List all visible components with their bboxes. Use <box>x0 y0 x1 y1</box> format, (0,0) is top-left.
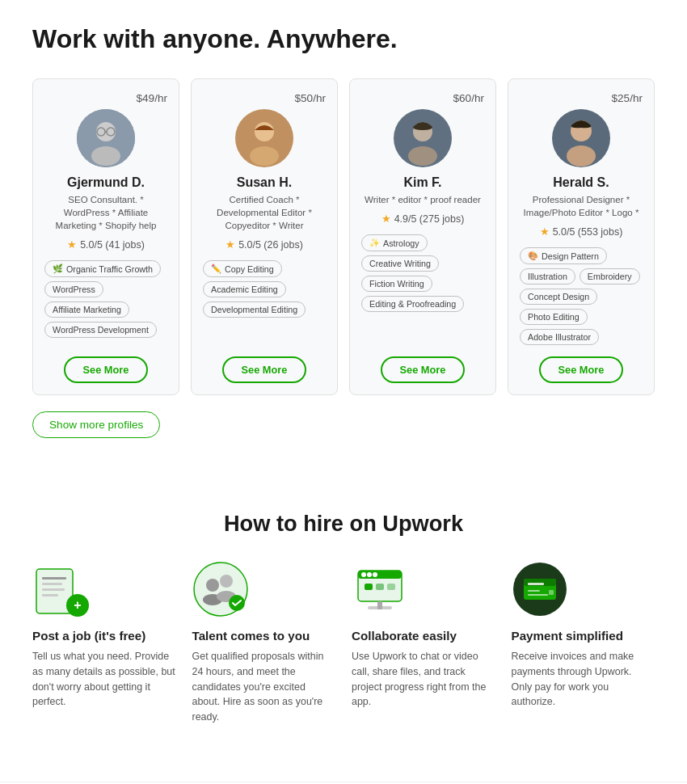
svg-rect-42 <box>528 583 544 585</box>
card-2-name: Susan H. <box>237 175 292 190</box>
tag-item: WordPress <box>44 281 103 297</box>
svg-point-25 <box>220 575 233 588</box>
card-3-title: Writer * editor * proof reader <box>365 193 481 206</box>
card-2-see-more-button[interactable]: See More <box>222 356 307 383</box>
card-3-rating-text: 4.9/5 (275 jobs) <box>394 213 465 225</box>
card-2-avatar <box>235 109 293 167</box>
card-4-name: Herald S. <box>553 175 609 190</box>
svg-rect-19 <box>42 588 65 591</box>
freelancer-cards-row: $49/hr Gjermund D. SEO Consultant. * Wor… <box>32 78 655 395</box>
svg-rect-18 <box>42 583 62 585</box>
card-1-stars: ★ <box>67 238 77 251</box>
svg-rect-35 <box>376 584 384 590</box>
step-3-icon <box>352 561 408 618</box>
card-1-title: SEO Consultant. * WordPress * Affiliate … <box>44 193 167 232</box>
step-3-title: Collaborate easily <box>352 629 457 643</box>
card-2-tags: ✏️Copy Editing Academic Editing Developm… <box>203 260 326 318</box>
step-2: Talent comes to you Get qualified propos… <box>192 561 336 725</box>
tag-item: ✨Astrology <box>361 234 428 251</box>
step-1-desc: Tell us what you need. Provide as many d… <box>32 649 176 710</box>
svg-point-8 <box>250 146 279 166</box>
tag-item: Editing & Proofreading <box>361 296 464 312</box>
svg-rect-17 <box>42 577 66 580</box>
step-4: Payment simplified Receive invoices and … <box>512 561 655 725</box>
freelancer-card-4: $25/hr Herald S. Professional Designer *… <box>508 78 655 395</box>
svg-point-11 <box>408 146 437 166</box>
tag-item: Adobe Illustrator <box>520 329 599 345</box>
svg-point-14 <box>567 145 596 166</box>
card-2-title: Certified Coach * Developmental Editor *… <box>203 193 326 232</box>
card-2-rating-text: 5.0/5 (26 jobs) <box>238 239 303 251</box>
page-title: Work with anyone. Anywhere. <box>32 24 655 54</box>
card-2-rate: $50/hr <box>203 92 326 104</box>
card-3-stars: ★ <box>381 213 391 225</box>
svg-point-32 <box>367 572 372 577</box>
tag-item: Fiction Writing <box>361 276 432 292</box>
card-3-rating: ★ 4.9/5 (275 jobs) <box>381 213 465 225</box>
main-section: Work with anyone. Anywhere. $49/hr Gjerm… <box>0 0 687 487</box>
svg-point-7 <box>255 122 274 141</box>
step-1-title: Post a job (it's free) <box>32 629 145 643</box>
step-3-desc: Use Upwork to chat or video call, share … <box>352 649 495 710</box>
svg-rect-43 <box>528 590 540 592</box>
card-3-tags: ✨Astrology Creative Writing Fiction Writ… <box>361 234 484 312</box>
card-2-stars: ★ <box>225 238 235 251</box>
svg-rect-20 <box>42 594 58 596</box>
step-2-title: Talent comes to you <box>192 629 310 643</box>
card-1-tags: 🌿Organic Traffic Growth WordPress Affili… <box>44 260 167 338</box>
step-4-title: Payment simplified <box>512 629 623 643</box>
card-4-rate: $25/hr <box>520 92 643 104</box>
card-1-name: Gjermund D. <box>67 175 145 190</box>
step-1-icon: + <box>32 561 89 618</box>
card-1-see-more-button[interactable]: See More <box>64 356 149 383</box>
step-2-desc: Get qualified proposals within 24 hours,… <box>192 649 336 725</box>
step-1: + Post a job (it's free) Tell us what yo… <box>32 561 176 725</box>
how-to-hire-section: How to hire on Upwork + Post a job (it's… <box>0 487 687 782</box>
tag-item: 🌿Organic Traffic Growth <box>44 260 161 277</box>
svg-point-31 <box>361 572 366 577</box>
svg-point-2 <box>91 146 120 166</box>
svg-rect-38 <box>377 601 382 609</box>
show-more-profiles-button[interactable]: Show more profiles <box>32 411 160 438</box>
tag-item: Embroidery <box>580 268 640 285</box>
freelancer-card-1: $49/hr Gjermund D. SEO Consultant. * Wor… <box>32 78 179 395</box>
card-4-title: Professional Designer * Image/Photo Edit… <box>520 193 643 219</box>
card-4-rating-text: 5.0/5 (553 jobs) <box>553 226 623 238</box>
card-4-rating: ★ 5.0/5 (553 jobs) <box>540 226 623 238</box>
tag-item: WordPress Development <box>44 322 157 338</box>
freelancer-card-2: $50/hr Susan H. Certified Coach * Develo… <box>191 78 338 395</box>
card-4-tags: 🎨Design Pattern Illustration Embroidery … <box>520 247 643 345</box>
tag-item: ✏️Copy Editing <box>203 260 282 277</box>
tag-item: Creative Writing <box>361 255 439 272</box>
svg-rect-34 <box>365 584 373 590</box>
svg-rect-45 <box>549 590 554 595</box>
tag-item: Developmental Editing <box>203 301 306 318</box>
freelancer-card-3: $60/hr Kim F. Writer * editor * proof re… <box>349 78 496 395</box>
card-1-rating: ★ 5.0/5 (41 jobs) <box>67 238 145 251</box>
tag-item: Concept Design <box>520 289 597 305</box>
card-3-see-more-button[interactable]: See More <box>381 356 466 383</box>
tag-item: Academic Editing <box>203 281 286 297</box>
step-4-desc: Receive invoices and make payments throu… <box>512 649 655 710</box>
card-4-stars: ★ <box>540 226 550 238</box>
svg-rect-36 <box>387 584 395 590</box>
svg-point-33 <box>373 572 377 577</box>
step-3: Collaborate easily Use Upwork to chat or… <box>352 561 495 725</box>
svg-point-24 <box>206 579 219 592</box>
tag-item: 🎨Design Pattern <box>520 247 607 264</box>
show-more-container: Show more profiles <box>32 411 655 438</box>
card-1-rate: $49/hr <box>44 92 167 104</box>
tag-item: Illustration <box>520 268 575 285</box>
how-title: How to hire on Upwork <box>32 511 655 537</box>
card-3-rate: $60/hr <box>361 92 484 104</box>
step-2-icon <box>192 561 249 618</box>
svg-text:+: + <box>74 598 81 612</box>
card-1-avatar <box>77 109 135 167</box>
step-4-icon <box>512 561 568 618</box>
how-steps-row: + Post a job (it's free) Tell us what yo… <box>32 561 655 725</box>
card-4-avatar <box>552 109 610 167</box>
card-4-see-more-button[interactable]: See More <box>539 356 624 383</box>
tag-item: Photo Editing <box>520 309 588 325</box>
card-2-rating: ★ 5.0/5 (26 jobs) <box>225 238 303 251</box>
svg-rect-44 <box>528 594 548 596</box>
